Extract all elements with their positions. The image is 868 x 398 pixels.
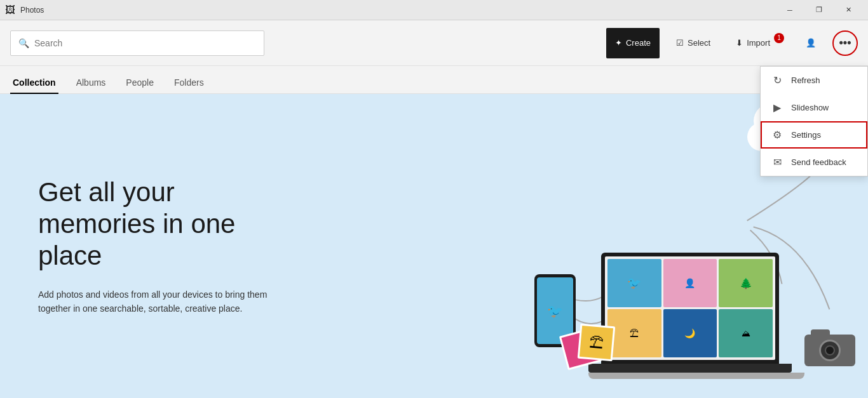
- photo-thumb-3: 🌲: [719, 259, 773, 307]
- title-bar-left: 🖼 Photos: [5, 4, 44, 16]
- photo-thumb-1: 🐦: [607, 259, 661, 307]
- close-button[interactable]: ✕: [834, 0, 863, 20]
- dropdown-send-feedback[interactable]: ✉ Send feedback: [761, 149, 867, 176]
- hero-title: Get all your memories in one place: [38, 176, 292, 272]
- user-button[interactable]: 👤: [797, 28, 825, 58]
- camera-illustration: [804, 335, 855, 373]
- dropdown-slideshow[interactable]: ▶ Slideshow: [761, 94, 867, 121]
- dropdown-refresh[interactable]: ↻ Refresh: [761, 67, 867, 94]
- tab-collection[interactable]: Collection: [10, 72, 58, 94]
- photo-thumb-2: 👤: [663, 259, 717, 307]
- import-label: Import: [747, 38, 770, 48]
- feedback-icon: ✉: [771, 156, 783, 168]
- nav-tabs: Collection Albums People Folders: [0, 66, 868, 94]
- create-label: Create: [626, 38, 651, 48]
- select-button[interactable]: ☑ Select: [667, 28, 719, 58]
- slideshow-icon: ▶: [771, 102, 783, 114]
- photo-scatter-illustration: ⛱: [563, 315, 620, 366]
- select-label: Select: [688, 38, 710, 48]
- minimize-button[interactable]: ─: [775, 0, 804, 20]
- import-badge: 1: [774, 33, 784, 43]
- tab-people[interactable]: People: [123, 72, 156, 94]
- photo-card-2: ⛱: [578, 324, 616, 362]
- dropdown-settings[interactable]: ⚙ Settings: [761, 121, 867, 149]
- create-icon: ✦: [615, 38, 622, 48]
- app-icon: 🖼: [5, 4, 15, 16]
- title-bar-controls: ─ ❐ ✕: [775, 0, 863, 20]
- search-icon: 🔍: [18, 38, 29, 48]
- maximize-button[interactable]: ❐: [804, 0, 834, 20]
- import-button[interactable]: ⬇ Import: [727, 28, 779, 58]
- app-title: Photos: [20, 6, 44, 15]
- slideshow-label: Slideshow: [791, 103, 829, 112]
- more-dots-icon: •••: [839, 36, 851, 50]
- create-button[interactable]: ✦ Create: [606, 28, 660, 58]
- tab-albums[interactable]: Albums: [74, 72, 109, 94]
- toolbar: 🔍 ✦ Create ☑ Select ⬇ Import 1 👤 •••: [0, 20, 868, 66]
- tab-folders[interactable]: Folders: [172, 72, 207, 94]
- feedback-label: Send feedback: [791, 157, 846, 167]
- search-input[interactable]: [34, 38, 256, 48]
- import-wrapper: ⬇ Import 1: [727, 28, 789, 58]
- more-button[interactable]: •••: [832, 30, 858, 56]
- phone-bird-icon: 🐦: [547, 303, 563, 319]
- photo-thumb-6: ⛰: [719, 309, 773, 357]
- refresh-icon: ↻: [771, 74, 783, 86]
- select-icon: ☑: [676, 38, 684, 48]
- hero-text: Get all your memories in one place Add p…: [0, 151, 330, 342]
- settings-icon: ⚙: [771, 129, 783, 141]
- hero-subtitle: Add photos and videos from all your devi…: [38, 288, 292, 316]
- title-bar: 🖼 Photos ─ ❐ ✕: [0, 0, 868, 20]
- main-content: Get all your memories in one place Add p…: [0, 94, 868, 398]
- photo-thumb-5: 🌙: [663, 309, 717, 357]
- search-box[interactable]: 🔍: [10, 30, 264, 56]
- user-icon: 👤: [806, 38, 816, 48]
- refresh-label: Refresh: [791, 76, 820, 85]
- import-icon: ⬇: [736, 38, 743, 48]
- dropdown-menu: ↻ Refresh ▶ Slideshow ⚙ Settings ✉ Send …: [760, 66, 868, 176]
- settings-label: Settings: [791, 130, 821, 140]
